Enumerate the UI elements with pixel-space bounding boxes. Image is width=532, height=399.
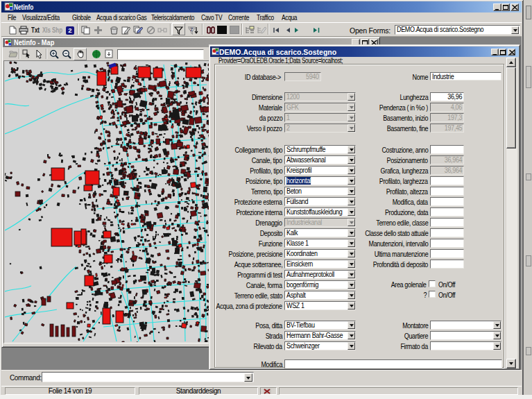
svg-text:z: z	[190, 26, 194, 33]
